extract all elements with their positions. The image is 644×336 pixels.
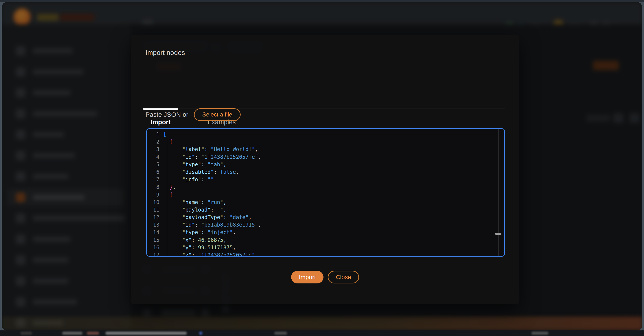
code-line: 9 { (147, 191, 504, 199)
code-line: 13 "id": "b51ab819b83e1915", (147, 221, 504, 229)
line-number: 9 (147, 191, 163, 199)
editor-scrollbar-thumb[interactable] (495, 233, 501, 235)
line-number: 8 (147, 183, 163, 191)
dialog-title: Import nodes (146, 49, 185, 57)
editor-lines: 1[2 {3 "label": "Hello World!",4 "id": "… (147, 129, 504, 256)
code-line: 6 "disabled": false, (147, 168, 504, 176)
close-button[interactable]: Close (328, 271, 359, 283)
code-line: 14 "type": "inject", (147, 229, 504, 236)
import-nodes-dialog: Import nodes Import Examples Paste JSON … (131, 35, 519, 304)
code-line: 11 "payload": "", (147, 206, 504, 214)
window-bottom-glow (2, 317, 642, 330)
taskbar-item-blob (62, 332, 82, 335)
import-button[interactable]: Import (291, 271, 324, 283)
line-number: 16 (147, 244, 163, 251)
code-line: 16 "y": 99.51171875, (147, 244, 504, 251)
taskbar-item-blob (199, 332, 202, 335)
taskbar-item-blob (87, 332, 99, 335)
code-line: 15 "x": 46.96875, (147, 236, 504, 244)
code-line: 7 "info": "" (147, 176, 504, 183)
line-number: 10 (147, 199, 163, 206)
line-number: 15 (147, 236, 163, 244)
select-file-button[interactable]: Select a file (194, 108, 240, 121)
line-number: 5 (147, 161, 163, 168)
line-number: 1 (147, 130, 163, 138)
line-number: 14 (147, 229, 163, 236)
paste-json-row: Paste JSON or Select a file (146, 108, 240, 121)
line-number: 11 (147, 206, 163, 214)
editor-scrollbar-track (498, 129, 499, 256)
taskbar-item-blob (274, 332, 287, 335)
code-line: 10 "name": "run", (147, 199, 504, 206)
line-number: 17 (147, 251, 163, 257)
desktop: { "modal": { "title": "Import nodes", "t… (0, 0, 644, 336)
code-line: 3 "label": "Hello World!", (147, 145, 504, 153)
json-editor[interactable]: 1[2 {3 "label": "Hello World!",4 "id": "… (146, 128, 505, 257)
code-line: 2 { (147, 138, 504, 145)
code-line: 1[ (147, 130, 504, 138)
code-line: 8 }, (147, 183, 504, 191)
indent-guide (168, 138, 168, 256)
code-line: 5 "type": "tab", (147, 161, 504, 168)
paste-json-label: Paste JSON or (146, 111, 188, 118)
line-number: 4 (147, 153, 163, 161)
code-line: 12 "payloadType": "date", (147, 214, 504, 221)
line-number: 12 (147, 214, 163, 221)
desktop-top-edge (0, 0, 644, 2)
code-line: 4 "id": "1f24387b252057fe", (147, 153, 504, 161)
taskbar-item-blob (20, 332, 32, 335)
line-number: 6 (147, 168, 163, 176)
line-number: 3 (147, 145, 163, 153)
dialog-buttons: Import Close (131, 271, 519, 283)
line-number: 13 (147, 221, 163, 229)
line-number: 7 (147, 176, 163, 183)
app-window: Import nodes Import Examples Paste JSON … (2, 2, 642, 330)
taskbar-item-blob (106, 332, 187, 335)
taskbar-item-blob (531, 332, 548, 335)
line-number: 2 (147, 138, 163, 145)
code-line: 17 "z": "1f24387b252057fe", (147, 251, 504, 257)
